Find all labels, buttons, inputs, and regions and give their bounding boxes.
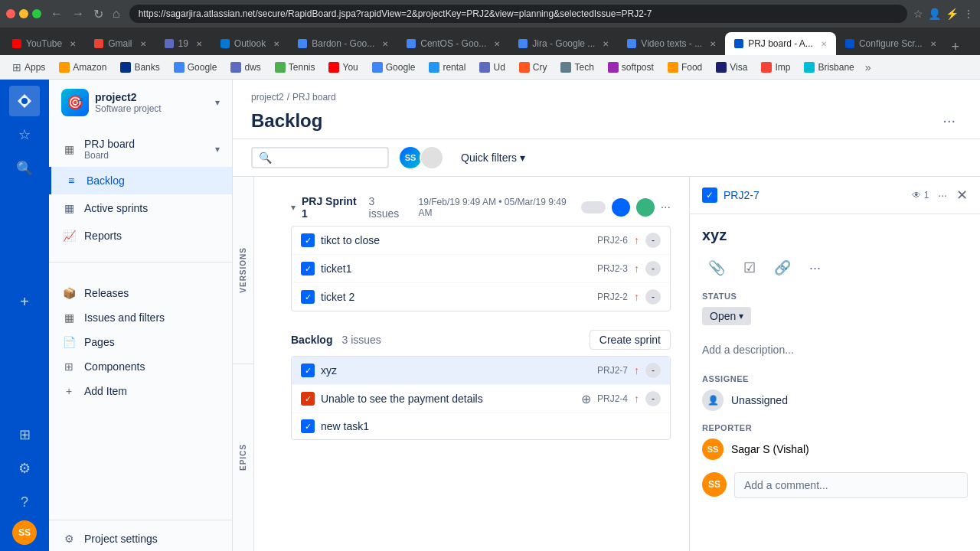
tab-jira[interactable]: Jira - Google ... ✕ <box>509 32 618 55</box>
link-button[interactable]: 🔗 <box>768 256 797 279</box>
bookmark-visa[interactable]: Visa <box>710 59 753 76</box>
tab-bardon[interactable]: Bardon - Goo... ✕ <box>289 32 397 55</box>
bookmark-brisbane[interactable]: Brisbane <box>798 59 860 76</box>
priority-up-icon[interactable]: ↑ <box>634 291 639 303</box>
menu-icon[interactable]: ⋮ <box>963 8 974 20</box>
bookmark-google[interactable]: Google <box>168 59 224 76</box>
sprint-toggle-icon[interactable]: ▾ <box>291 202 296 213</box>
bookmark-apps[interactable]: ⊞ Apps <box>6 58 51 77</box>
bookmark-amazon[interactable]: Amazon <box>53 59 113 76</box>
sidebar-item-backlog[interactable]: ≡ Backlog <box>49 167 232 194</box>
bookmark-cry[interactable]: Cry <box>513 59 554 76</box>
issue-minus-button[interactable]: - <box>645 233 661 248</box>
sidebar-item-project-settings[interactable]: ⚙ Project settings <box>49 527 232 551</box>
tab-close[interactable]: ✕ <box>494 40 500 48</box>
bookmark-banks[interactable]: Banks <box>114 59 165 76</box>
issue-row[interactable]: ✓ new task1 <box>292 413 670 439</box>
sidebar-item-prj-board[interactable]: ▦ PRJ board Board ▾ <box>49 132 232 167</box>
tab-gmail[interactable]: Gmail ✕ <box>85 32 155 55</box>
bookmark-rental[interactable]: rental <box>423 59 472 76</box>
issue-minus-button[interactable]: - <box>645 363 661 378</box>
create-sprint-button[interactable]: Create sprint <box>590 330 671 350</box>
issue-row[interactable]: ✓ tikct to close PRJ2-6 ↑ - <box>292 227 670 255</box>
more-bookmarks-icon[interactable]: » <box>862 61 874 73</box>
issue-row[interactable]: ✓ ticket1 PRJ2-3 ↑ - <box>292 255 670 283</box>
bookmark-icon[interactable]: ☆ <box>913 8 923 20</box>
sidebar-help[interactable]: ? <box>9 487 40 517</box>
tab-close[interactable]: ✕ <box>196 40 202 48</box>
tab-close[interactable]: ✕ <box>70 40 76 48</box>
panel-more-button[interactable]: ··· <box>935 186 950 204</box>
user-avatar[interactable]: SS <box>12 520 37 545</box>
sidebar-item-releases[interactable]: 📦 Releases <box>49 281 232 305</box>
sprint-toggle-switch[interactable] <box>581 201 606 214</box>
close-dot[interactable] <box>6 9 15 18</box>
issue-minus-button[interactable]: - <box>645 261 661 276</box>
address-bar[interactable]: https://sagarjira.atlassian.net/secure/R… <box>129 5 907 23</box>
bookmark-tech[interactable]: Tech <box>554 59 599 76</box>
bookmark-you[interactable]: You <box>322 59 364 76</box>
sprint-more-button[interactable]: ··· <box>661 201 671 214</box>
sidebar-item-reports[interactable]: 📈 Reports <box>49 222 232 249</box>
bookmark-dws[interactable]: dws <box>224 59 266 76</box>
tab-close[interactable]: ✕ <box>382 40 388 48</box>
sidebar-item-add[interactable]: + Add Item <box>49 379 232 403</box>
tab-close[interactable]: ✕ <box>930 40 936 48</box>
sidebar-item-pages[interactable]: 📄 Pages <box>49 330 232 354</box>
sidebar-create[interactable]: + <box>9 286 40 317</box>
breadcrumb-project[interactable]: project2 <box>251 92 284 103</box>
bookmark-imp[interactable]: Imp <box>755 59 796 76</box>
description-placeholder[interactable]: Add a description... <box>702 337 968 362</box>
project-header[interactable]: 🎯 project2 Software project ▾ <box>49 80 232 126</box>
tab-close[interactable]: ✕ <box>603 40 609 48</box>
tab-19[interactable]: 19 ✕ <box>155 32 211 55</box>
attachment-button[interactable]: 📎 <box>702 256 731 279</box>
fullscreen-dot[interactable] <box>32 9 41 18</box>
issue-row[interactable]: ✓ ticket 2 PRJ2-2 ↑ - <box>292 283 670 311</box>
sidebar-item-active-sprints[interactable]: ▦ Active sprints <box>49 194 232 222</box>
bookmark-food[interactable]: Food <box>662 59 708 76</box>
quick-filters-button[interactable]: Quick filters ▾ <box>453 147 533 168</box>
refresh-button[interactable]: ↻ <box>90 5 106 23</box>
bookmark-google2[interactable]: Google <box>366 59 422 76</box>
search-input[interactable] <box>276 152 381 164</box>
bookmark-ud[interactable]: Ud <box>473 59 511 76</box>
tab-close[interactable]: ✕ <box>273 40 279 48</box>
tab-video[interactable]: Video texts - ... ✕ <box>618 32 725 55</box>
tab-configure[interactable]: Configure Scr... ✕ <box>836 32 946 55</box>
sidebar-apps[interactable]: ⊞ <box>9 419 40 450</box>
issue-minus-button[interactable]: - <box>645 391 661 406</box>
more-toolbar-button[interactable]: ··· <box>803 256 827 279</box>
tab-outlook[interactable]: Outlook ✕ <box>211 32 289 55</box>
more-options-button[interactable]: ··· <box>936 109 962 132</box>
home-button[interactable]: ⌂ <box>109 5 123 23</box>
priority-up-icon[interactable]: ↑ <box>634 262 639 275</box>
issue-row[interactable]: ✓ xyz PRJ2-7 ↑ - <box>292 357 670 385</box>
sidebar-jira-logo[interactable] <box>9 86 40 116</box>
sidebar-search[interactable]: 🔍 <box>9 153 40 184</box>
priority-up-icon[interactable]: ↑ <box>634 234 639 246</box>
bookmark-softpost[interactable]: softpost <box>602 59 660 76</box>
tab-youtube[interactable]: YouTube ✕ <box>3 32 85 55</box>
sidebar-item-components[interactable]: ⊞ Components <box>49 354 232 379</box>
sidebar-settings[interactable]: ⚙ <box>9 453 40 484</box>
breadcrumb-board[interactable]: PRJ board <box>292 92 336 103</box>
profile-icon[interactable]: 👤 <box>928 8 941 20</box>
sidebar-item-issues[interactable]: ▦ Issues and filters <box>49 305 232 330</box>
panel-close-button[interactable]: ✕ <box>956 187 968 204</box>
minimize-dot[interactable] <box>19 9 28 18</box>
tab-close[interactable]: ✕ <box>821 40 827 48</box>
new-tab-button[interactable]: + <box>946 39 966 55</box>
status-badge[interactable]: Open ▾ <box>702 307 751 325</box>
avatar-user2[interactable] <box>420 145 444 170</box>
back-button[interactable]: ← <box>47 5 66 23</box>
issue-row[interactable]: ✓ Unable to see the payment details ⊕ PR… <box>292 385 670 413</box>
extensions-icon[interactable]: ⚡ <box>946 8 959 20</box>
checklist-button[interactable]: ☑ <box>737 256 762 279</box>
tab-close[interactable]: ✕ <box>140 40 146 48</box>
forward-button[interactable]: → <box>69 5 87 23</box>
tab-prjboard[interactable]: PRJ board - A... ✕ <box>725 32 836 55</box>
priority-up-icon[interactable]: ↑ <box>634 393 639 405</box>
issue-minus-button[interactable]: - <box>645 289 661 305</box>
panel-issue-id[interactable]: PRJ2-7 <box>724 189 760 201</box>
